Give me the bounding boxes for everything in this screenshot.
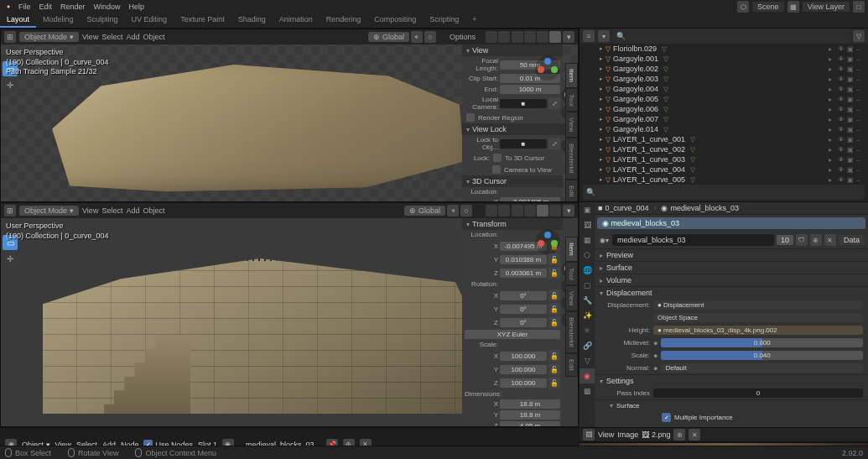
menu-window[interactable]: Window xyxy=(91,3,124,11)
expand-icon[interactable]: ▸ xyxy=(600,126,603,133)
tab-layout[interactable]: Layout xyxy=(0,13,36,28)
restrict-view-icon[interactable]: 👁 xyxy=(838,136,846,143)
restrict-select-icon[interactable]: ▸ xyxy=(829,146,837,154)
disable-icon[interactable]: – xyxy=(856,136,865,143)
ptab-material-icon[interactable]: ◉ xyxy=(580,368,595,383)
tab-edit-2[interactable]: Edit xyxy=(565,353,578,377)
render-region-chk[interactable] xyxy=(466,113,475,122)
overlay-btns[interactable] xyxy=(486,31,510,43)
disp-midlevel-slider[interactable]: 0.800 xyxy=(661,338,863,347)
disable-icon[interactable]: – xyxy=(856,86,865,93)
outliner-row[interactable]: ▸▽Gargoyle.004▽▸👁▣– xyxy=(580,84,868,94)
loc-z[interactable]: 0.003061 m xyxy=(500,269,547,278)
outliner-row[interactable]: ▸▽Gargoyle.014▽▸👁▣– xyxy=(580,124,868,134)
restrict-view-icon[interactable]: 👁 xyxy=(838,126,846,133)
lock-y-icon[interactable]: 🔓 xyxy=(548,253,560,265)
dim-y[interactable]: 18.8 m xyxy=(500,410,560,420)
orientation-dropdown[interactable]: ⊕ Global xyxy=(368,32,409,42)
disp-height-field[interactable]: ● medieval_blocks_03_disp_4k.png.002 xyxy=(653,326,863,335)
restrict-select-icon[interactable]: ▸ xyxy=(829,156,837,164)
options-button[interactable]: Options xyxy=(450,33,476,41)
expand-icon[interactable]: ▸ xyxy=(600,136,603,143)
lock-sz-icon[interactable]: 🔓 xyxy=(548,377,560,389)
expand-icon[interactable]: ▸ xyxy=(600,65,603,72)
tab-bk-2[interactable]: Blenderkit xyxy=(565,311,578,353)
panel-viewlock-header[interactable]: View Lock xyxy=(462,123,563,135)
tool-cursor[interactable]: ✛ xyxy=(3,77,18,92)
disable-icon[interactable]: – xyxy=(856,76,865,83)
material-slot-active[interactable]: ◉ medieval_blocks_03 xyxy=(597,217,865,229)
mode-dropdown-2[interactable]: Object Mode ▾ xyxy=(19,206,79,216)
viewport-top[interactable]: ⊞ Object Mode ▾ View Select Add Object ⊕… xyxy=(0,29,579,202)
vmenu-add[interactable]: Add xyxy=(126,33,139,41)
image-editor-icon[interactable]: 🖼 xyxy=(583,429,595,441)
ie-view[interactable]: View xyxy=(598,430,614,439)
ptab-output-icon[interactable]: 🖼 xyxy=(580,217,595,232)
disable-icon[interactable]: – xyxy=(856,116,865,123)
ptab-particles-icon[interactable]: ✨ xyxy=(580,308,595,323)
image-name-field[interactable]: 🖼 2.png xyxy=(642,430,670,439)
lock-camview-chk[interactable] xyxy=(492,165,501,174)
orientation-dropdown-2[interactable]: ⊕ Global xyxy=(404,206,445,216)
subsection-surface[interactable]: Surface xyxy=(595,399,868,411)
ptab-texture-icon[interactable]: ▩ xyxy=(580,383,595,399)
pass-index-field[interactable]: 0 xyxy=(653,389,863,398)
tab-shading[interactable]: Shading xyxy=(231,13,273,28)
ptab-modifier-icon[interactable]: 🔧 xyxy=(580,293,595,308)
restrict-render-icon[interactable]: ▣ xyxy=(847,166,855,174)
ptab-object-icon[interactable]: ▢ xyxy=(580,278,595,293)
restrict-render-icon[interactable]: ▣ xyxy=(847,136,855,143)
mat-link-dropdown[interactable]: Data xyxy=(839,235,865,245)
disable-icon[interactable]: – xyxy=(856,96,865,103)
outliner-search[interactable]: 🔍 xyxy=(613,29,850,44)
restrict-select-icon[interactable]: ▸ xyxy=(829,106,837,113)
ie-image[interactable]: Image xyxy=(617,430,638,439)
restrict-render-icon[interactable]: ▣ xyxy=(847,45,855,53)
restrict-view-icon[interactable]: 👁 xyxy=(838,86,846,93)
outliner-row[interactable]: ▸▽Floriolbn.029▽▸👁▣– xyxy=(580,44,868,54)
restrict-render-icon[interactable]: ▣ xyxy=(847,55,855,63)
rot-y[interactable]: 0° xyxy=(500,305,547,314)
ptab-render-icon[interactable]: ▣ xyxy=(580,202,595,217)
menu-render[interactable]: Render xyxy=(57,3,89,11)
outliner-row[interactable]: ▸▽Gargoyle.002▽▸👁▣– xyxy=(580,64,868,74)
scale-y[interactable]: 100.000 xyxy=(500,365,547,374)
proportional-icon-2[interactable]: ○ xyxy=(460,205,472,216)
editor-type-icon-2[interactable]: ⊞ xyxy=(4,205,16,216)
mat-fake-icon[interactable]: 🛡 xyxy=(796,234,808,246)
outliner-row[interactable]: ▸▽Gargoyle.003▽▸👁▣– xyxy=(580,74,868,84)
tab-item-2[interactable]: Item xyxy=(565,237,578,262)
eyedropper2-icon[interactable]: ⤢ xyxy=(548,138,560,149)
menu-edit[interactable]: Edit xyxy=(36,3,56,11)
vmenu-select[interactable]: Select xyxy=(101,33,122,41)
restrict-render-icon[interactable]: ▣ xyxy=(847,76,855,83)
restrict-view-icon[interactable]: 👁 xyxy=(838,45,846,53)
dim-z[interactable]: 4.05 m xyxy=(500,421,560,427)
expand-icon[interactable]: ▸ xyxy=(600,96,603,102)
lockobj-field[interactable]: ■ xyxy=(500,139,547,149)
restrict-view-icon[interactable]: 👁 xyxy=(838,96,846,103)
material-users[interactable]: 10 xyxy=(777,235,793,245)
lock-rx-icon[interactable]: 🔓 xyxy=(548,289,560,301)
restrict-select-icon[interactable]: ▸ xyxy=(829,86,837,93)
outliner-display-icon[interactable]: ▾ xyxy=(598,30,610,42)
clipend-field[interactable]: 1000 m xyxy=(500,85,560,94)
vmenu2-view[interactable]: View xyxy=(82,206,98,215)
mat-browse-icon[interactable]: ◉▾ xyxy=(598,234,610,246)
tab-compositing[interactable]: Compositing xyxy=(367,13,423,28)
panel-3dcursor-header[interactable]: 3D Cursor xyxy=(462,175,563,187)
disable-icon[interactable]: – xyxy=(856,156,865,164)
nav-gizmo[interactable] xyxy=(534,55,561,81)
editor-type-icon[interactable]: ⊞ xyxy=(4,31,16,43)
tab-animation[interactable]: Animation xyxy=(273,13,320,28)
expand-icon[interactable]: ▸ xyxy=(600,45,603,52)
nav-gizmo-2[interactable] xyxy=(534,228,561,255)
ptab-world-icon[interactable]: 🌐 xyxy=(580,263,595,278)
filter-icon[interactable]: ▽ xyxy=(853,30,865,42)
tab-add[interactable]: + xyxy=(465,13,483,28)
outliner-type-icon[interactable]: ≡ xyxy=(583,30,595,42)
viewport-bottom[interactable]: ⊞ Object Mode ▾ View Select Add Object ⊕… xyxy=(0,202,579,427)
section-surface[interactable]: Surface xyxy=(595,261,868,274)
outliner-row[interactable]: ▸▽Gargoyle.007▽▸👁▣– xyxy=(580,114,868,124)
disable-icon[interactable]: – xyxy=(856,106,865,113)
